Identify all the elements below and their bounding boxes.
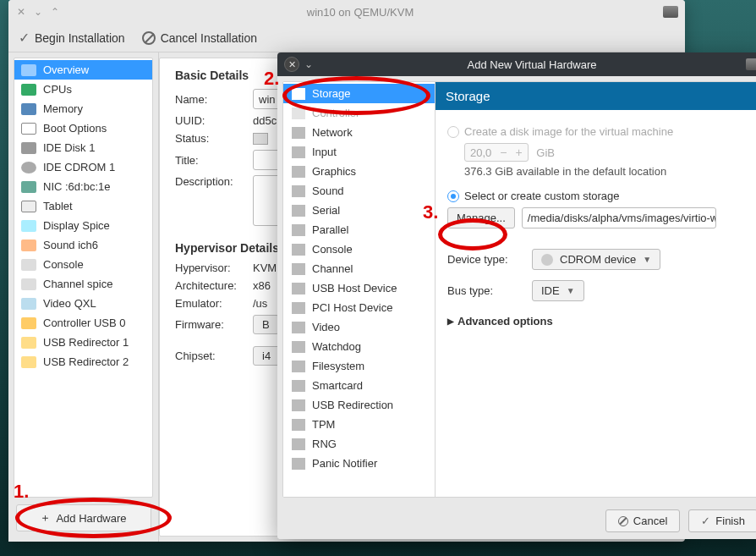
sidebar-item-overview[interactable]: Overview [14, 60, 152, 80]
sidebar-item-usb-redirector-2[interactable]: USB Redirector 2 [14, 352, 152, 372]
dialog-cancel-button[interactable]: Cancel [605, 509, 680, 532]
plus-icon[interactable]: + [516, 146, 523, 159]
create-disk-radio-row: Create a disk image for the virtual mach… [447, 125, 750, 138]
status-label: Status: [175, 132, 253, 145]
plus-icon: ＋ [40, 510, 51, 526]
sidebar-item-display-spice[interactable]: Display Spice [14, 216, 152, 235]
hw-item-tpm[interactable]: TPM [283, 415, 435, 434]
title-label: Title: [175, 154, 253, 167]
sidebar-item-boot-options[interactable]: Boot Options [14, 118, 152, 138]
chevron-up-icon[interactable]: ⌃ [49, 6, 61, 18]
hw-item-label: Storage [312, 87, 351, 100]
architecture-label: Architecture: [175, 279, 253, 292]
hw-item-input[interactable]: Input [283, 142, 435, 162]
uuid-label: UUID: [175, 114, 253, 127]
custom-storage-radio[interactable] [447, 190, 459, 202]
hw-item-label: Watchdog [312, 340, 361, 353]
sidebar-item-label: Controller USB 0 [43, 317, 126, 329]
add-hardware-button[interactable]: ＋ Add Hardware [16, 504, 151, 531]
hw-icon [292, 302, 305, 314]
advanced-options-expander[interactable]: ▶ Advanced options [447, 315, 750, 328]
close-icon[interactable]: ✕ [15, 6, 27, 18]
chevron-down-icon[interactable]: ⌄ [304, 58, 313, 70]
dialog-close-icon[interactable]: ✕ [284, 57, 299, 72]
dialog-finish-button[interactable]: ✓ Finish [688, 509, 756, 532]
minus-icon[interactable]: − [500, 146, 507, 159]
begin-installation-button[interactable]: ✓ Begin Installation [19, 30, 125, 46]
chipset-label: Chipset: [175, 350, 253, 362]
add-hw-label: Add Hardware [56, 512, 126, 525]
hardware-form: Storage Create a disk image for the virt… [436, 82, 756, 497]
firmware-select[interactable]: B [253, 315, 279, 334]
cancel-label: Cancel Installation [161, 31, 257, 45]
sidebar-item-label: USB Redirector 1 [43, 336, 129, 349]
manage-button[interactable]: Manage... [447, 207, 515, 228]
sidebar-item-label: CPUs [43, 83, 72, 96]
sidebar-item-usb-redirector-1[interactable]: USB Redirector 1 [14, 333, 152, 352]
hw-item-video[interactable]: Video [283, 317, 435, 337]
sidebar-item-channel-spice[interactable]: Channel spice [14, 274, 152, 294]
device-icon [21, 298, 36, 310]
hw-item-filesystem[interactable]: Filesystem [283, 356, 435, 376]
create-disk-radio[interactable] [447, 126, 459, 138]
cancel-installation-button[interactable]: Cancel Installation [142, 31, 257, 45]
hw-item-console[interactable]: Console [283, 239, 435, 259]
chevron-down-icon[interactable]: ⌄ [32, 6, 44, 18]
sidebar-item-label: Channel spice [43, 278, 112, 290]
device-type-select[interactable]: CDROM device ▼ [532, 249, 660, 270]
toolbar: ✓ Begin Installation Cancel Installation [8, 24, 685, 52]
create-disk-label: Create a disk image for the virtual mach… [464, 125, 673, 138]
hw-item-label: RNG [312, 438, 337, 450]
hw-item-serial[interactable]: Serial [283, 201, 435, 220]
hw-item-sound[interactable]: Sound [283, 181, 435, 201]
sidebar-item-nic-6d-bc-1e[interactable]: NIC :6d:bc:1e [14, 177, 152, 196]
hw-icon [292, 263, 305, 275]
check-icon: ✓ [701, 515, 710, 527]
vm-icon [663, 6, 678, 18]
sidebar-item-label: Video QXL [43, 297, 96, 310]
hw-item-graphics[interactable]: Graphics [283, 162, 435, 181]
sidebar-item-console[interactable]: Console [14, 255, 152, 274]
hw-item-pci-host-device[interactable]: PCI Host Device [283, 298, 435, 317]
hw-item-label: Controller [312, 107, 359, 119]
check-icon: ✓ [19, 30, 30, 46]
hw-icon [292, 205, 305, 217]
hw-item-usb-redirection[interactable]: USB Redirection [283, 395, 435, 415]
sidebar-item-ide-disk-1[interactable]: IDE Disk 1 [14, 138, 152, 157]
hw-item-channel[interactable]: Channel [283, 259, 435, 278]
device-icon [21, 64, 36, 76]
hw-icon [292, 458, 305, 470]
status-icon [253, 133, 268, 145]
device-icon [21, 123, 36, 135]
sidebar-item-cpus[interactable]: CPUs [14, 80, 152, 99]
sidebar-item-sound-ich6[interactable]: Sound ich6 [14, 235, 152, 255]
sidebar-item-tablet[interactable]: Tablet [14, 196, 152, 216]
device-icon [21, 103, 36, 115]
size-value: 20,0 [470, 146, 491, 159]
hw-item-controller: Controller [283, 103, 435, 123]
sidebar-item-memory[interactable]: Memory [14, 99, 152, 118]
hw-item-rng[interactable]: RNG [283, 434, 435, 454]
hw-item-parallel[interactable]: Parallel [283, 220, 435, 239]
hw-item-watchdog[interactable]: Watchdog [283, 337, 435, 356]
hw-item-smartcard[interactable]: Smartcard [283, 376, 435, 395]
hardware-header: Storage [436, 82, 756, 110]
chipset-select[interactable]: i4 [253, 346, 280, 366]
sidebar-item-controller-usb-0[interactable]: Controller USB 0 [14, 313, 152, 333]
device-list[interactable]: OverviewCPUsMemoryBoot OptionsIDE Disk 1… [14, 58, 153, 498]
hw-item-label: PCI Host Device [312, 301, 392, 314]
hw-icon [292, 127, 305, 139]
hardware-type-list[interactable]: StorageControllerNetworkInputGraphicsSou… [283, 82, 436, 497]
hw-icon [292, 185, 305, 197]
hw-item-usb-host-device[interactable]: USB Host Device [283, 278, 435, 298]
device-type-label: Device type: [447, 253, 523, 266]
hw-item-storage[interactable]: Storage [283, 84, 435, 103]
disk-size-spinner[interactable]: 20,0 − + [464, 143, 529, 162]
storage-path-input[interactable]: /media/disks/alpha/vms/images/virtio-w [522, 207, 716, 228]
bus-type-select[interactable]: IDE ▼ [532, 280, 584, 301]
sidebar-item-ide-cdrom-1[interactable]: IDE CDROM 1 [14, 157, 152, 177]
sidebar-item-video-qxl[interactable]: Video QXL [14, 294, 152, 313]
hw-item-network[interactable]: Network [283, 123, 435, 142]
hw-item-panic-notifier[interactable]: Panic Notifier [283, 454, 435, 473]
add-hardware-dialog: ✕ ⌄ Add New Virtual Hardware StorageCont… [277, 52, 756, 539]
